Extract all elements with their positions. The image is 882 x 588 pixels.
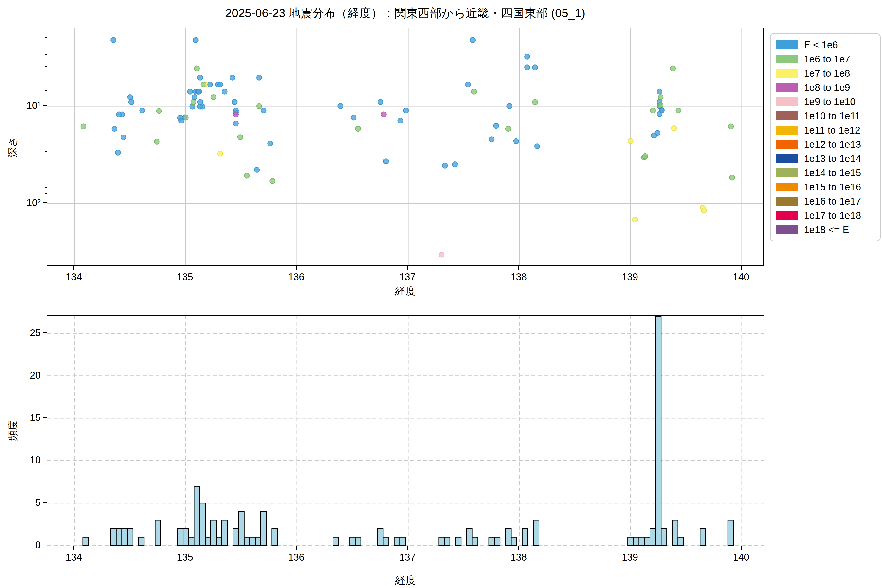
histogram-bar xyxy=(661,529,667,546)
legend-label: 1e10 to 1e11 xyxy=(804,111,861,122)
y-minor-tick-mark xyxy=(45,188,46,188)
legend-entry: 1e13 to 1e14 xyxy=(776,152,874,166)
x-tick-label: 136 xyxy=(288,272,304,282)
scatter-point xyxy=(156,108,162,113)
energy-legend: E < 1e61e6 to 1e71e7 to 1e81e8 to 1e91e9… xyxy=(770,33,880,242)
scatter-point xyxy=(81,124,86,129)
scatter-point xyxy=(628,138,633,144)
histogram-bar xyxy=(639,537,645,546)
histogram-bar xyxy=(111,529,116,546)
scatter-point xyxy=(506,126,511,131)
legend-label: 1e9 to 1e10 xyxy=(804,96,855,107)
legend-label: 1e14 to 1e15 xyxy=(804,167,861,178)
scatter-point xyxy=(657,89,662,94)
legend-entry: 1e6 to 1e7 xyxy=(776,52,874,66)
scatter-xlabel: 経度 xyxy=(395,284,416,298)
legend-swatch xyxy=(776,140,798,149)
y-minor-tick-mark xyxy=(45,90,46,91)
scatter-point xyxy=(442,163,447,168)
histogram-bar xyxy=(211,520,216,546)
x-tick-label: 136 xyxy=(288,552,304,563)
histogram-bar xyxy=(194,486,200,546)
histogram-bar xyxy=(261,512,267,546)
y-tick-label: 15 xyxy=(30,412,41,423)
scatter-point xyxy=(268,141,273,146)
histogram-bar xyxy=(250,537,255,546)
scatter-point xyxy=(129,99,134,105)
histogram-bar xyxy=(700,529,706,546)
histogram-bar xyxy=(678,537,684,546)
y-tick-label: 25 xyxy=(30,327,41,338)
legend-label: E < 1e6 xyxy=(804,39,838,51)
y-tick-label: 5 xyxy=(35,497,40,508)
y-tick-mark xyxy=(43,375,46,375)
scatter-point xyxy=(729,175,735,180)
histogram-bar xyxy=(394,537,400,546)
scatter-point xyxy=(466,82,471,87)
histogram-bar xyxy=(633,537,639,546)
legend-label: 1e7 to 1e8 xyxy=(804,68,850,79)
scatter-point xyxy=(196,89,202,94)
y-tick-mark xyxy=(43,202,46,203)
y-tick-label: 20 xyxy=(30,369,41,381)
legend-label: 1e11 to 1e12 xyxy=(804,125,861,136)
scatter-point xyxy=(658,102,663,107)
legend-entry: E < 1e6 xyxy=(776,38,874,52)
histogram-bar xyxy=(355,537,361,546)
histogram-bar xyxy=(511,537,517,546)
scatter-point xyxy=(207,82,213,87)
x-tick-label: 139 xyxy=(622,552,638,563)
histogram-bar xyxy=(506,529,511,546)
histogram-bar xyxy=(216,537,222,546)
histogram-frequency-vs-longitude xyxy=(46,315,764,546)
y-minor-tick-mark xyxy=(45,54,46,55)
histogram-xlabel: 経度 xyxy=(395,573,416,587)
histogram-bar xyxy=(378,529,383,546)
legend-entry: 1e15 to 1e16 xyxy=(776,180,874,194)
y-tick-mark xyxy=(43,417,46,418)
x-tick-mark xyxy=(630,266,630,270)
y-minor-tick-mark xyxy=(45,173,46,174)
histogram-bar xyxy=(155,520,161,546)
histogram-bar xyxy=(656,316,661,546)
scatter-point xyxy=(211,94,216,100)
legend-entry: 1e12 to 1e13 xyxy=(776,137,874,152)
x-tick-mark xyxy=(741,266,742,270)
scatter-point xyxy=(233,121,238,126)
scatter-point xyxy=(659,108,664,113)
y-minor-tick-mark xyxy=(45,96,46,96)
histogram-bar xyxy=(489,537,494,546)
x-tick-mark xyxy=(630,546,630,550)
scatter-point xyxy=(198,75,203,80)
x-tick-mark xyxy=(518,266,519,270)
legend-swatch xyxy=(776,154,798,163)
legend-swatch xyxy=(776,126,798,135)
scatter-ylabel: 深さ xyxy=(6,137,20,158)
legend-entry: 1e17 to 1e18 xyxy=(776,208,874,222)
scatter-point xyxy=(398,118,403,123)
x-tick-label: 137 xyxy=(399,272,416,282)
y-minor-tick-mark xyxy=(45,152,46,152)
legend-entry: 1e9 to 1e10 xyxy=(776,94,874,109)
scatter-point xyxy=(494,123,499,129)
scatter-point xyxy=(338,104,343,109)
scatter-point xyxy=(270,178,275,183)
histogram-bar xyxy=(233,529,238,546)
y-tick-label: 10¹ xyxy=(27,100,40,111)
scatter-point xyxy=(532,65,537,70)
scatter-point xyxy=(256,75,262,80)
scatter-point xyxy=(643,154,648,159)
scatter-plot-depth-vs-longitude xyxy=(46,28,764,266)
y-tick-label: 10 xyxy=(30,454,41,465)
histogram-bar xyxy=(200,503,205,546)
histogram-bar xyxy=(350,537,356,546)
scatter-point xyxy=(403,108,408,113)
scatter-point xyxy=(650,108,656,113)
scatter-point xyxy=(193,38,198,43)
histogram-bar xyxy=(466,529,472,546)
legend-label: 1e13 to 1e14 xyxy=(804,153,861,164)
y-minor-tick-mark xyxy=(45,198,46,198)
scatter-point xyxy=(230,75,235,80)
scatter-point xyxy=(191,99,196,105)
legend-label: 1e16 to 1e17 xyxy=(804,196,861,207)
